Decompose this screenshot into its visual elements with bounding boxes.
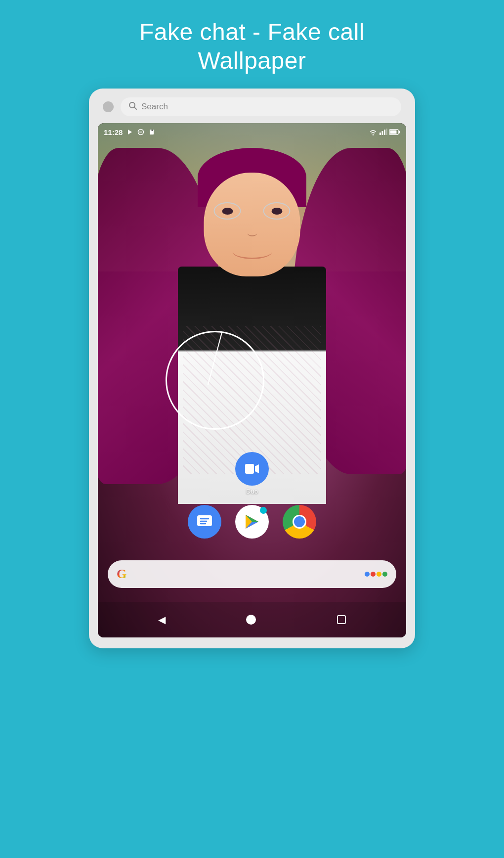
face [204, 173, 300, 276]
chrome-app[interactable] [283, 505, 316, 539]
svg-rect-13 [390, 131, 397, 134]
svg-marker-2 [128, 130, 132, 135]
signal-icon [379, 129, 387, 135]
battery-icon [389, 129, 400, 135]
google-g-logo: G [117, 567, 126, 582]
play-store-badge [260, 507, 267, 514]
touch-line [208, 332, 222, 385]
svg-line-1 [134, 107, 137, 110]
duo-app[interactable]: Duo [235, 452, 269, 495]
svg-rect-7 [152, 130, 153, 131]
apps-area: Duo [98, 452, 406, 539]
search-placeholder: Search [141, 102, 168, 112]
status-time: 11:28 [104, 128, 123, 136]
sd-card-icon [148, 129, 155, 135]
browser-search-bar[interactable]: Search [121, 97, 401, 116]
chrome-inner-circle [293, 515, 306, 529]
svg-rect-5 [150, 130, 154, 135]
search-icon [128, 101, 137, 112]
dot-red [371, 572, 376, 577]
phone-screen: 11:28 [98, 123, 406, 637]
svg-rect-9 [382, 131, 383, 135]
messages-app[interactable] [188, 505, 221, 539]
status-bar-left: 11:28 [104, 128, 155, 136]
status-bar: 11:28 [98, 123, 406, 141]
svg-rect-14 [399, 131, 400, 134]
wifi-icon [369, 129, 378, 135]
svg-rect-15 [245, 464, 254, 474]
dock-row [188, 505, 316, 539]
svg-rect-6 [151, 130, 152, 131]
device-frame: Search [89, 89, 415, 648]
page-title: Fake chat - Fake call Wallpaper [139, 18, 365, 75]
nav-recents-button[interactable] [337, 615, 346, 624]
dot-yellow [377, 572, 381, 577]
google-search-bar[interactable]: G [108, 560, 396, 588]
play-status-icon [126, 129, 133, 135]
duo-label: Duo [246, 488, 258, 495]
svg-rect-8 [379, 133, 381, 135]
duo-icon[interactable] [235, 452, 269, 486]
play-store-icon [243, 513, 261, 531]
dot-blue [365, 572, 370, 577]
bottom-nav: ◀ [98, 602, 406, 637]
svg-marker-16 [255, 464, 259, 473]
device-camera-dot [103, 101, 114, 112]
status-bar-right [369, 129, 400, 135]
device-top-bar: Search [98, 97, 406, 123]
nav-back-button[interactable]: ◀ [158, 614, 166, 626]
svg-rect-10 [384, 130, 385, 135]
play-store-app[interactable] [235, 505, 269, 539]
touch-circle [166, 331, 264, 430]
svg-rect-11 [386, 129, 388, 135]
google-assistant-dots[interactable] [365, 572, 387, 577]
dot-green [382, 572, 387, 577]
nav-home-button[interactable] [246, 615, 256, 625]
no-disturb-icon [137, 129, 144, 135]
